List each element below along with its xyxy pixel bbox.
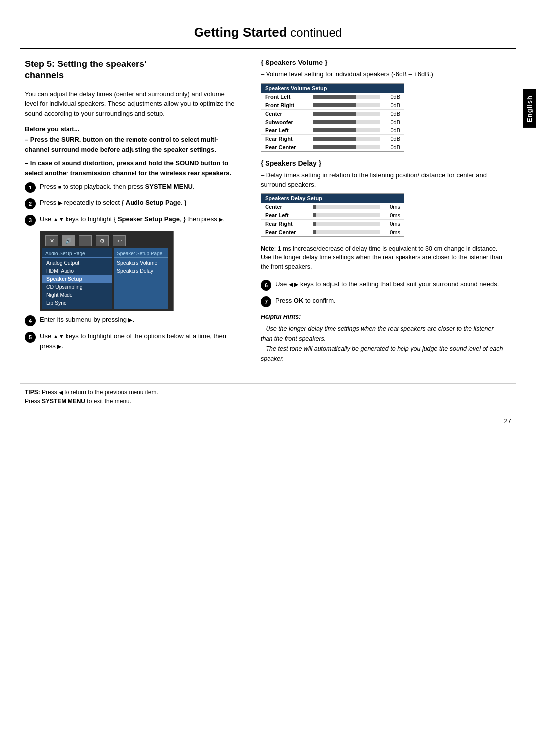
icon-x: ✕ [45,235,58,246]
instruction2: – In case of sound distortion, press and… [25,158,238,178]
step-5-number: 5 [25,332,36,343]
note-box: Note: 1 ms increase/decrease of delay ti… [261,244,506,272]
submenu-area: Audio Setup Page Analog Output HDMI Audi… [42,248,171,309]
english-tab: English [523,89,536,128]
left-column: Step 5: Setting the speakers'channels Yo… [20,49,248,374]
step-5-text: Use keys to highlight one of the options… [40,331,238,351]
volume-row-rearright: Rear Right 0dB [261,135,404,143]
step-4: 4 Enter its submenu by pressing . [25,315,238,326]
speakers-volume-label: Speakers Volume [265,59,323,66]
volume-row-frontright: Front Right 0dB [261,101,404,110]
speakers-delay-table: Speakers Delay Setup Center 0ms Rear Lef… [261,193,404,237]
hints-title: Helpful Hints: [261,312,506,322]
step-7-number: 7 [261,296,271,307]
menu-item-speaker: Speaker Setup [42,275,112,283]
page-header: Getting Started continued [20,15,516,49]
speakers-delay-title: { Speakers Delay } [261,159,506,167]
hint-2: – The test tone will automatically be ge… [261,344,506,364]
title-text: Getting Started [194,25,287,40]
menu-item-analog: Analog Output [42,259,112,267]
note-label: Note [261,245,274,252]
tips-system-menu: SYSTEM MENU [42,398,85,405]
tips-label: TIPS: [25,389,40,396]
menu-item-night: Night Mode [42,291,112,299]
icon-speaker: 🔊 [62,235,75,246]
submenu-panel: Speaker Setup Page Speakers Volume Speak… [114,248,168,309]
menu-item-cd: CD Upsampling [42,283,112,291]
step-1: 1 Press to stop playback, then press SYS… [25,182,238,193]
helpful-hints: Helpful Hints: – Use the longer delay ti… [261,312,506,364]
submenu-item-volume: Speakers Volume [114,259,168,267]
icon-menu: ≡ [79,235,92,246]
footer-tips: TIPS: Press to return to the previous me… [20,383,516,410]
volume-table-header: Speakers Volume Setup [261,84,404,93]
step-3: 3 Use keys to highlight { Speaker Setup … [25,214,238,226]
icons-row: ✕ 🔊 ≡ ⚙ ↩ [42,233,171,248]
step-1-text: Press to stop playback, then press SYSTE… [40,182,238,191]
submenu-item-delay: Speakers Delay [114,267,168,275]
step-7: 7 Press OK to confirm. [261,296,506,307]
corner-mark-tr [516,10,526,20]
step-3-number: 3 [25,215,36,226]
volume-row-center: Center 0dB [261,110,404,118]
title-suffix: continued [287,26,342,39]
step-2-number: 2 [25,198,36,209]
delay-row-center: Center 0ms [261,203,404,211]
step-2-text: Press repeatedly to select { Audio Setup… [40,198,238,208]
step-4-number: 4 [25,315,36,326]
delay-table-header: Speakers Delay Setup [261,194,404,203]
page-wrapper: English Getting Started continued Step 5… [0,0,536,756]
delay-row-rearright: Rear Right 0ms [261,220,404,228]
step-3-text: Use keys to highlight { Speaker Setup Pa… [40,214,238,224]
menu-panel: Audio Setup Page Analog Output HDMI Audi… [42,248,112,309]
corner-mark-bl [10,736,20,746]
screenshot-box: ✕ 🔊 ≡ ⚙ ↩ Audio Setup Page Analog Output… [40,231,174,311]
step-heading: Step 5: Setting the speakers'channels [25,59,238,82]
corner-mark-tl [10,10,20,20]
volume-row-frontleft: Front Left 0dB [261,93,404,101]
volume-row-subwoofer: Subwoofer 0dB [261,118,404,126]
speakers-volume-table: Speakers Volume Setup Front Left 0dB Fro… [261,83,404,152]
menu-label: Audio Setup Page [42,250,112,258]
instruction1: – Press the SURR. button on the remote c… [25,135,238,154]
before-start-label: Before you start... [25,126,238,133]
step-6: 6 Use keys to adjust to the setting that… [261,279,506,291]
step-6-text: Use keys to adjust to the setting that b… [275,279,506,289]
speakers-volume-title: { Speakers Volume } [261,59,506,66]
menu-item-lip: Lip Sync [42,299,112,307]
icon-settings: ⚙ [96,235,109,246]
step-4-text: Enter its submenu by pressing . [40,315,238,325]
corner-mark-br [516,736,526,746]
step-description: You can adjust the delay times (center a… [25,89,238,119]
submenu-label: Speaker Setup Page [114,250,168,258]
speakers-delay-desc: – Delay times setting in relation to the… [261,170,506,189]
step-1-number: 1 [25,182,36,193]
step-7-text: Press OK to confirm. [275,296,506,306]
speakers-delay-label: Speakers Delay [265,159,317,167]
volume-row-rearcenter: Rear Center 0dB [261,143,404,151]
step-5: 5 Use keys to highlight one of the optio… [25,331,238,351]
menu-item-hdmi: HDMI Audio [42,267,112,275]
step-2: 2 Press repeatedly to select { Audio Set… [25,198,238,209]
content-area: Step 5: Setting the speakers'channels Yo… [0,49,536,374]
step-6-number: 6 [261,280,271,291]
icon-return: ↩ [113,235,126,246]
speakers-volume-desc: – Volume level setting for individual sp… [261,69,506,79]
page-title: Getting Started continued [194,25,342,40]
delay-row-rearleft: Rear Left 0ms [261,211,404,220]
right-column: { Speakers Volume } – Volume level setti… [248,49,516,374]
page-number: 27 [0,415,536,430]
delay-row-rearcenter: Rear Center 0ms [261,228,404,236]
hint-1: – Use the longer delay time settings whe… [261,324,506,344]
volume-row-rearleft: Rear Left 0dB [261,126,404,135]
